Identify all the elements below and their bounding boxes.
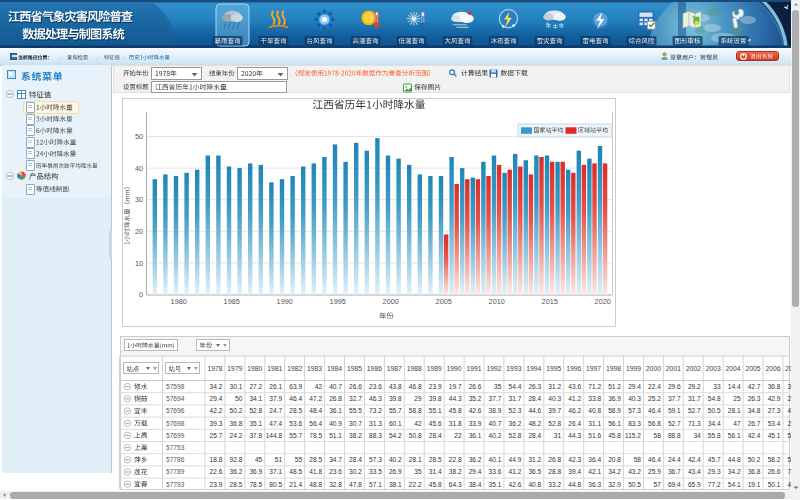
svg-text:34.230.127.226.163.94240.726.6: 34.230.127.226.163.94240.726.623.643.846… bbox=[210, 383, 800, 488]
svg-text:575985769457696576985769957753: 5759857694576965769857699577535778657789… bbox=[166, 383, 185, 488]
